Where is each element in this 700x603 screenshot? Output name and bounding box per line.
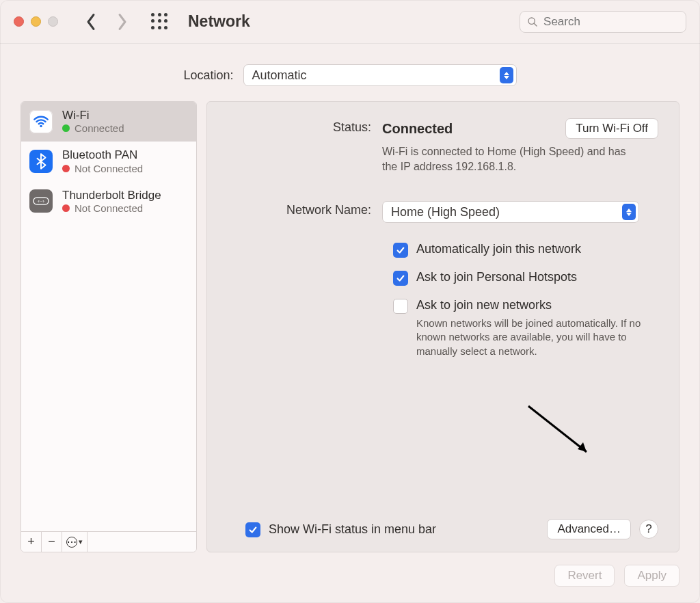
auto-join-checkbox-row: Automatically join this network <box>393 242 658 258</box>
bluetooth-icon <box>29 150 53 173</box>
forward-button[interactable] <box>117 13 128 31</box>
add-interface-button[interactable]: + <box>21 532 42 552</box>
ask-hotspots-label: Ask to join Personal Hotspots <box>416 270 577 284</box>
check-icon <box>396 273 405 283</box>
sidebar-toolbar: + − ⋯ ▾ <box>21 531 196 552</box>
interfaces-list: Wi-Fi Connected Bluetooth PAN <box>21 102 196 531</box>
content: Wi-Fi Connected Bluetooth PAN <box>0 101 700 552</box>
page-title: Network <box>188 12 250 31</box>
sidebar-item-wifi[interactable]: Wi-Fi Connected <box>21 102 196 142</box>
network-name-select[interactable]: Home (High Speed) <box>382 201 639 223</box>
sidebar-item-label: Bluetooth PAN <box>62 148 143 162</box>
auto-join-label: Automatically join this network <box>416 242 581 256</box>
status-description: Wi-Fi is connected to Home (High Speed) … <box>382 144 642 174</box>
stepper-icon <box>500 67 513 83</box>
close-window-button[interactable] <box>14 16 24 27</box>
sidebar-item-label: Thunderbolt Bridge <box>62 189 161 202</box>
chevron-down-icon: ▾ <box>79 537 83 546</box>
ask-new-networks-desc: Known networks will be joined automatica… <box>416 317 658 358</box>
thunderbolt-bridge-icon: ‹··› <box>29 189 53 213</box>
sidebar-item-label: Wi-Fi <box>62 109 124 122</box>
check-icon <box>396 245 405 255</box>
status-dot-icon <box>62 204 70 212</box>
apply-button[interactable]: Apply <box>624 565 679 587</box>
show-all-prefs-button[interactable] <box>151 13 169 31</box>
status-dot-icon <box>62 124 70 132</box>
remove-interface-button[interactable]: − <box>42 532 62 552</box>
sidebar-item-bluetooth-pan[interactable]: Bluetooth PAN Not Connected <box>21 142 196 181</box>
search-icon <box>527 16 538 28</box>
location-label: Location: <box>183 68 233 83</box>
ask-hotspots-checkbox[interactable] <box>393 271 408 286</box>
nav-arrows <box>85 13 128 31</box>
check-icon <box>248 525 258 535</box>
network-name-row: Network Name: Home (High Speed) <box>228 201 658 223</box>
auto-join-checkbox[interactable] <box>393 243 408 258</box>
advanced-button[interactable]: Advanced… <box>547 519 631 539</box>
traffic-lights <box>14 16 58 27</box>
titlebar: Network <box>0 0 700 44</box>
turn-wifi-off-button[interactable]: Turn Wi-Fi Off <box>565 118 658 139</box>
svg-line-5 <box>528 406 587 452</box>
svg-line-1 <box>534 23 537 26</box>
status-dot-icon <box>62 165 70 172</box>
location-selected-value: Automatic <box>252 68 307 83</box>
detail-panel: Status: Connected Turn Wi-Fi Off Wi-Fi i… <box>206 101 679 552</box>
footer: Revert Apply <box>0 552 700 603</box>
location-select[interactable]: Automatic <box>243 64 517 86</box>
status-value: Connected <box>382 121 453 137</box>
sidebar-item-status: Not Connected <box>75 163 143 174</box>
show-wifi-menubar-label: Show Wi-Fi status in menu bar <box>269 522 436 537</box>
status-label: Status: <box>228 118 371 135</box>
zoom-window-button[interactable] <box>48 16 58 27</box>
search-field[interactable] <box>520 11 686 33</box>
annotation-arrow <box>522 403 604 464</box>
ellipsis-icon: ⋯ <box>66 537 77 548</box>
svg-text:‹··›: ‹··› <box>38 199 44 205</box>
ask-new-networks-checkbox-row: Ask to join new networks Known networks … <box>393 298 658 358</box>
ask-hotspots-checkbox-row: Ask to join Personal Hotspots <box>393 270 658 286</box>
wifi-icon <box>29 110 53 133</box>
ask-new-networks-checkbox[interactable] <box>393 299 408 314</box>
revert-button[interactable]: Revert <box>554 565 615 587</box>
status-row: Status: Connected Turn Wi-Fi Off Wi-Fi i… <box>228 118 658 174</box>
ask-new-networks-label: Ask to join new networks <box>416 298 658 312</box>
back-button[interactable] <box>85 13 96 31</box>
minimize-window-button[interactable] <box>31 16 41 27</box>
help-button[interactable]: ? <box>639 520 658 539</box>
network-name-value: Home (High Speed) <box>391 205 500 219</box>
show-wifi-menubar-checkbox[interactable] <box>245 522 260 537</box>
sidebar-item-status: Connected <box>75 122 124 134</box>
more-actions-button[interactable]: ⋯ ▾ <box>62 532 88 552</box>
search-input[interactable] <box>543 15 679 29</box>
network-name-label: Network Name: <box>228 201 371 217</box>
interfaces-sidebar: Wi-Fi Connected Bluetooth PAN <box>21 101 197 552</box>
network-prefs-window: Network Location: Automatic <box>0 0 700 603</box>
location-row: Location: Automatic <box>0 44 700 101</box>
sidebar-item-thunderbolt-bridge[interactable]: ‹··› Thunderbolt Bridge Not Connected <box>21 182 196 222</box>
svg-point-2 <box>40 124 42 126</box>
stepper-icon <box>622 204 636 220</box>
detail-bottom-bar: Show Wi-Fi status in menu bar Advanced… … <box>228 505 658 539</box>
sidebar-item-status: Not Connected <box>75 202 143 214</box>
svg-marker-6 <box>578 442 587 452</box>
